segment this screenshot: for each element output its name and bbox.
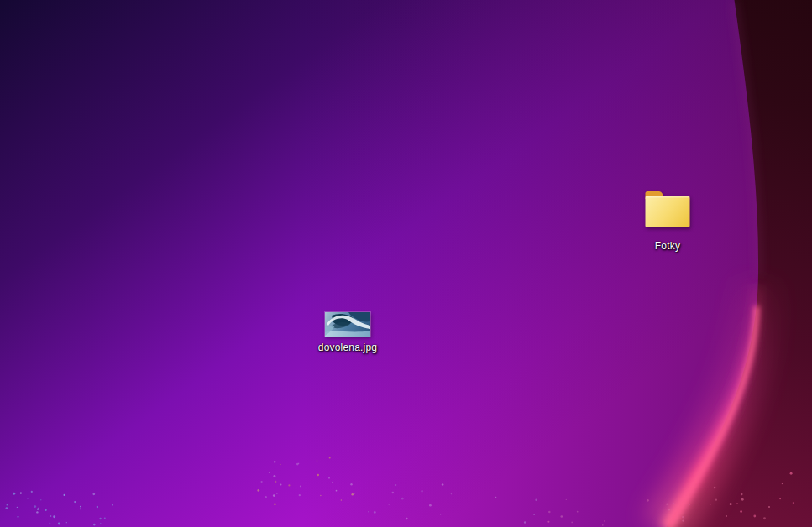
wallpaper[interactable] <box>0 0 812 527</box>
folder-label: Fotky <box>655 240 680 252</box>
desktop-icon-dovolena[interactable]: dovolena.jpg <box>306 312 390 353</box>
desktop-icon-fotky[interactable]: Fotky <box>626 190 710 252</box>
folder-icon <box>645 190 690 228</box>
image-file-label: dovolena.jpg <box>318 342 377 353</box>
image-thumbnail-wave-icon <box>325 312 370 337</box>
desktop[interactable]: { "desktop": { "icons": [ { "id": "fotky… <box>0 0 812 527</box>
